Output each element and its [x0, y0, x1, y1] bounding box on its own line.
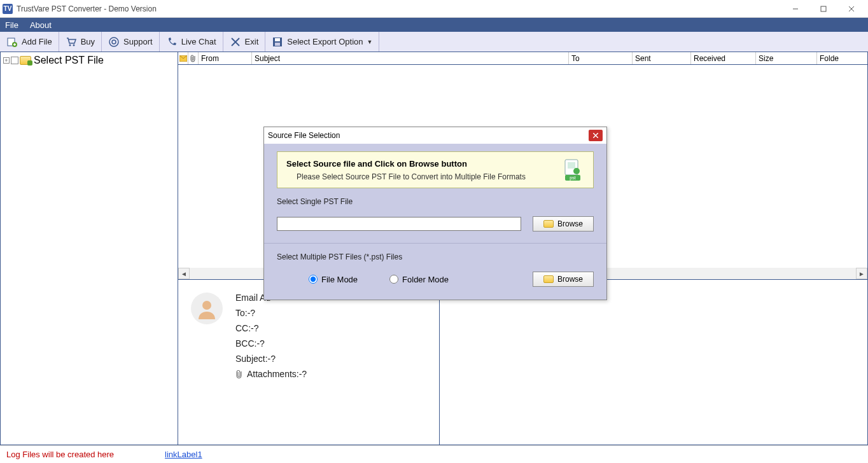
preview-subject: Subject:-?	[235, 354, 307, 364]
svg-rect-1	[821, 6, 826, 11]
exit-button[interactable]: Exit	[223, 32, 266, 52]
dialog-title: Source File Selection	[268, 131, 589, 140]
preview-left: Email Ad To:-? CC:-? BCC:-? Subject:-? A…	[178, 280, 439, 445]
buy-label: Buy	[81, 37, 95, 46]
dialog-divider	[264, 243, 606, 244]
minimize-button[interactable]	[781, 0, 809, 18]
banner-subtext: Please Select Source PST File to Convert…	[286, 172, 554, 181]
svg-point-11	[112, 40, 116, 44]
tree-pane: + Select PST File	[0, 52, 178, 445]
add-file-button[interactable]: Add File	[0, 32, 59, 52]
support-label: Support	[123, 37, 153, 46]
window-title: TrustVare PST Converter - Demo Version	[17, 4, 781, 13]
col-from[interactable]: From	[199, 52, 252, 64]
browse-multi-button[interactable]: Browse	[533, 272, 594, 287]
buy-button[interactable]: Buy	[59, 32, 102, 52]
folder-icon	[20, 56, 31, 65]
avatar	[191, 293, 223, 324]
file-mode-label: File Mode	[321, 275, 358, 284]
browse-single-button[interactable]: Browse	[533, 216, 594, 232]
preview-attachments-row: Attachments:-?	[235, 369, 307, 379]
folder-mode-label: Folder Mode	[402, 275, 449, 284]
menubar: File About	[0, 18, 868, 32]
col-to[interactable]: To	[569, 52, 633, 64]
support-icon	[108, 36, 120, 48]
svg-point-18	[202, 301, 211, 310]
col-received[interactable]: Received	[691, 52, 756, 64]
live-chat-label: Live Chat	[181, 37, 216, 46]
close-button[interactable]	[837, 0, 865, 18]
dropdown-caret-icon: ▼	[367, 39, 372, 45]
folder-mode-input[interactable]	[389, 275, 398, 284]
status-link[interactable]: linkLabel1	[165, 450, 202, 459]
support-button[interactable]: Support	[102, 32, 160, 52]
person-icon	[196, 298, 218, 319]
svg-point-9	[73, 44, 74, 46]
expand-icon[interactable]: +	[3, 57, 10, 64]
file-mode-input[interactable]	[309, 275, 318, 284]
exit-label: Exit	[245, 37, 259, 46]
paperclip-icon	[235, 370, 243, 378]
banner-heading: Select Source file and Click on Browse b…	[286, 159, 554, 169]
dialog-close-button[interactable]	[589, 130, 603, 141]
preview-cc: CC:-?	[235, 323, 307, 333]
menu-file[interactable]: File	[5, 20, 18, 30]
svg-rect-22	[568, 162, 575, 169]
single-pst-input[interactable]	[277, 217, 521, 231]
scroll-left-icon[interactable]: ◄	[178, 268, 190, 279]
col-subject[interactable]: Subject	[252, 52, 569, 64]
folder-open-icon	[543, 220, 554, 228]
preview-bcc: BCC:-?	[235, 338, 307, 349]
live-chat-button[interactable]: Live Chat	[160, 32, 223, 52]
preview-right	[440, 280, 867, 445]
dialog-titlebar: Source File Selection	[264, 127, 606, 144]
exit-icon	[230, 36, 241, 48]
mode-radios: File Mode Folder Mode	[277, 275, 533, 284]
svg-point-23	[573, 168, 580, 174]
menu-about[interactable]: About	[30, 20, 52, 30]
col-folder[interactable]: Folde	[817, 52, 867, 64]
single-pst-label: Select Single PST File	[277, 197, 594, 206]
preview-attachments: Attachments:-?	[247, 369, 307, 379]
svg-point-10	[109, 38, 118, 46]
status-log: Log Files will be created here	[6, 450, 114, 459]
close-icon	[593, 133, 598, 138]
col-size[interactable]: Size	[756, 52, 817, 64]
folder-open-icon	[543, 275, 554, 283]
multi-pst-label: Select Multiple PST Files (*.pst) Files	[277, 252, 594, 261]
toolbar: Add File Buy Support Live Chat Exit Sele…	[0, 32, 868, 52]
svg-rect-16	[275, 43, 280, 46]
svg-text:pst: pst	[570, 176, 575, 181]
browse-single-label: Browse	[557, 219, 583, 228]
file-mode-radio[interactable]: File Mode	[309, 275, 358, 284]
dialog-banner: Select Source file and Click on Browse b…	[277, 151, 594, 188]
tree-root-label: Select PST File	[34, 55, 104, 66]
single-pst-section: Select Single PST File Browse	[277, 197, 594, 232]
tree-root-row[interactable]: + Select PST File	[3, 55, 175, 66]
add-file-icon	[6, 36, 18, 48]
app-logo: TV	[3, 4, 13, 14]
save-icon	[272, 36, 283, 48]
pst-file-icon: pst	[561, 158, 584, 181]
select-export-button[interactable]: Select Export Option ▼	[265, 32, 379, 52]
envelope-icon	[178, 52, 188, 64]
svg-point-8	[69, 44, 71, 46]
statusbar: Log Files will be created here linkLabel…	[0, 445, 868, 463]
browse-multi-label: Browse	[557, 275, 583, 284]
phone-icon	[166, 36, 178, 48]
scroll-right-icon[interactable]: ►	[856, 268, 867, 279]
preview-fields: Email Ad To:-? CC:-? BCC:-? Subject:-? A…	[235, 293, 307, 438]
select-export-label: Select Export Option	[287, 37, 363, 46]
titlebar: TV TrustVare PST Converter - Demo Versio…	[0, 0, 868, 18]
dialog-body: Select Source file and Click on Browse b…	[264, 144, 606, 300]
tree-checkbox[interactable]	[11, 57, 18, 64]
close-icon	[848, 6, 855, 12]
multi-pst-section: Select Multiple PST Files (*.pst) Files …	[277, 252, 594, 287]
col-sent[interactable]: Sent	[633, 52, 691, 64]
svg-rect-15	[275, 38, 280, 41]
folder-mode-radio[interactable]: Folder Mode	[389, 275, 449, 284]
source-file-dialog: Source File Selection Select Source file…	[263, 127, 607, 300]
maximize-icon	[820, 6, 827, 12]
maximize-button[interactable]	[809, 0, 837, 18]
minimize-icon	[792, 6, 799, 12]
